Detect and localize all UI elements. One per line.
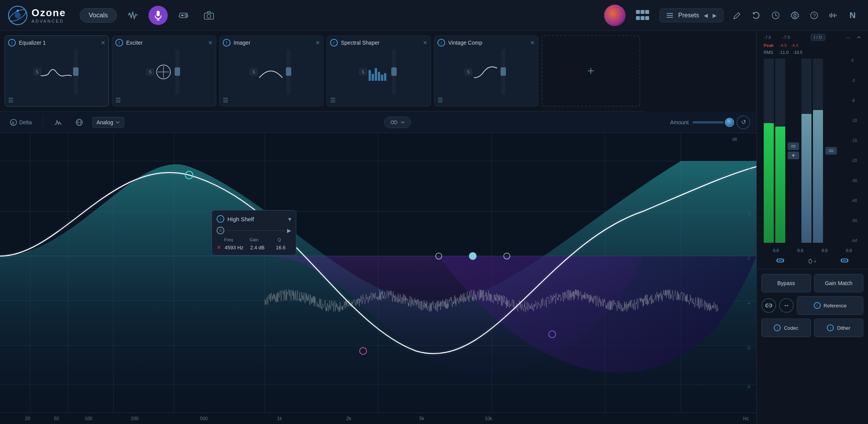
module-title-eq1: Equalizer 1 [19,40,98,46]
settings-spectral[interactable]: ☰ [330,97,336,104]
node-popup-dropdown[interactable]: ▾ [288,215,291,223]
add-module-btn[interactable]: + [541,35,640,107]
help-icon-btn[interactable]: ? [806,8,822,23]
solo-btn-imager[interactable]: S [250,68,257,75]
thumb-ctrl-1[interactable] [788,142,799,150]
settings-imager[interactable]: ☰ [223,97,228,104]
codec-label: Codec [784,325,798,331]
effects-icon-btn[interactable] [174,6,193,25]
freq-50: 50 [54,416,59,421]
svg-point-2 [15,12,21,18]
eq-mode-btn[interactable] [50,117,66,127]
fader-spectral[interactable] [392,49,396,95]
analog-mode-select[interactable]: Analog [92,117,125,128]
link-btn-1[interactable] [775,257,786,265]
camera-icon-btn[interactable] [199,6,219,25]
freq-val[interactable]: 4593 Hz [224,245,245,250]
fader-imager[interactable] [287,49,290,95]
node-popup-s-btn[interactable]: S [217,227,224,234]
presets-prev[interactable]: ◀ [704,12,708,18]
solo-btn-spectral[interactable]: S [359,68,367,75]
presets-area[interactable]: Presets ◀ ▶ [659,8,723,22]
delta-btn[interactable]: Δ Delta [6,117,36,127]
rms-label: RMS [764,50,773,55]
pencil-icon-btn[interactable] [729,8,745,23]
link-icon-btn[interactable] [761,298,776,313]
node-delete-btn[interactable]: ✕ [217,244,221,250]
amount-slider[interactable] [693,121,731,124]
dither-btn[interactable]: I Dither [814,319,864,337]
module-equalizer1[interactable]: I Equalizer 1 ✕ S ☰ [5,35,109,107]
power-btn-eq1[interactable]: I [8,39,16,47]
close-btn-spectral[interactable]: ✕ [423,40,427,46]
thumb-ctrl-2[interactable]: + [788,152,799,159]
db-label-2: 2 [748,167,750,171]
link-icon-ref [765,302,773,309]
bypass-btn[interactable]: Bypass [761,274,811,292]
module-header-exciter: I Exciter ✕ [115,39,213,47]
globe-btn[interactable] [72,117,87,128]
reference-btn[interactable]: I Reference [797,296,863,315]
reset-btn[interactable]: ↺ [736,115,750,129]
fader-vintage[interactable] [501,49,505,95]
svg-rect-9 [185,14,187,17]
globe-icon [75,119,83,126]
preset-name[interactable]: Vocals [80,8,117,23]
undo-icon-btn[interactable] [749,8,764,23]
node-popup-right-arrow[interactable]: ▶ [287,227,291,234]
settings-icon-btn[interactable] [787,8,803,23]
module-imager[interactable]: I Imager ✕ S ☰ [219,35,324,107]
ref-power-icon: I [814,302,821,309]
reference-row: ↔ I Reference [761,296,863,315]
codec-btn[interactable]: I Codec [761,319,811,337]
meter-bar-input-r [775,58,785,243]
power-btn-vintage[interactable]: I [437,39,445,47]
svg-point-13 [207,14,211,18]
settings-eq1[interactable]: ☰ [8,97,13,104]
node-popup-power[interactable]: I [217,215,224,223]
close-btn-imager[interactable]: ✕ [315,40,320,46]
midi-icon-btn[interactable] [826,8,841,23]
freq-10k: 10k [485,416,492,421]
settings-vintage[interactable]: ☰ [437,97,443,104]
arrows-btn[interactable]: ↔ [779,298,794,313]
module-vintage-comp[interactable]: I Vintage Comp ✕ S ☰ [434,35,538,107]
logo-text: Ozone ADVANCED [32,7,66,23]
presets-next[interactable]: ▶ [713,12,717,18]
fader-eq1[interactable] [74,49,78,95]
meter-bar-output-l [801,58,811,243]
io-btn[interactable]: I / O [811,34,826,41]
toolbar-right: ? N [729,8,860,23]
module-exciter[interactable]: I Exciter ✕ S ☰ [112,35,216,107]
settings-exciter[interactable]: ☰ [115,97,121,104]
mic-icon-btn[interactable] [149,6,168,25]
module-title-spectral: Spectral Shaper [341,40,420,46]
link-btn-2[interactable]: + [808,257,816,265]
link-btn-3[interactable] [839,257,850,265]
q-val[interactable]: 16.6 [270,245,291,250]
close-btn-exciter[interactable]: ✕ [208,40,213,46]
logo-n-btn[interactable]: N [845,8,860,23]
power-btn-spectral[interactable]: I [330,39,338,47]
spectrum-ball[interactable] [604,5,626,26]
solo-btn-vintage[interactable]: S [465,68,472,75]
close-btn-eq1[interactable]: ✕ [101,40,105,46]
power-btn-exciter[interactable]: I [115,39,123,47]
amount-knob[interactable] [725,118,734,127]
gain-val[interactable]: 2.4 dB [247,245,268,250]
close-btn-vintage[interactable]: ✕ [530,40,535,46]
db-label-minus8: -8 [746,384,750,389]
history-icon-btn[interactable] [768,8,783,23]
thumb-ctrl-3[interactable] [825,147,837,155]
db-label-minus2: -2 [746,256,750,260]
module-spectral-shaper[interactable]: I Spectral Shaper ✕ S [327,35,431,107]
link-channels-btn[interactable] [384,117,411,128]
grid-view-btn[interactable] [632,5,653,26]
solo-btn-eq1[interactable]: S [33,68,41,75]
gain-match-btn[interactable]: Gain Match [814,274,864,292]
fader-exciter[interactable] [175,49,179,95]
freq-axis: 20 50 100 200 500 1k 2k 5k 10k Hz [0,412,756,424]
power-btn-imager[interactable]: I [223,39,230,47]
waveform-icon-btn[interactable] [123,6,142,25]
solo-btn-exciter[interactable]: S [147,68,154,75]
